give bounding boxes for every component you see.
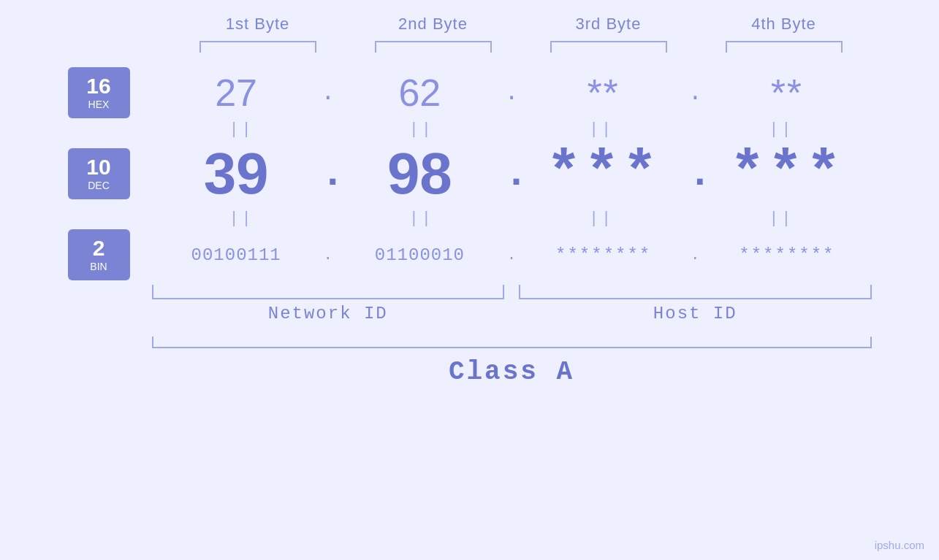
sep-line-7: || bbox=[589, 210, 614, 228]
bottom-section: Network ID Host ID bbox=[152, 285, 872, 323]
overall-bracket-row bbox=[152, 337, 872, 348]
dec-dot-3: . bbox=[688, 151, 702, 197]
hex-num: 16 bbox=[86, 75, 110, 97]
dec-dot-2: . bbox=[504, 151, 519, 197]
bin-num: 2 bbox=[93, 237, 105, 259]
bin-byte-4: ******** bbox=[739, 245, 835, 265]
byte-header-3: 3rd Byte bbox=[521, 15, 696, 34]
dec-byte-4: *** bbox=[730, 141, 844, 207]
hex-dot-3: . bbox=[688, 80, 702, 107]
class-label: Class A bbox=[449, 357, 574, 387]
sep-dec-bin: || || || || bbox=[152, 207, 872, 229]
host-id-label: Host ID bbox=[519, 304, 872, 323]
hex-val-3: ** bbox=[519, 71, 688, 115]
sep-line-4: || bbox=[769, 120, 794, 139]
footer: ipshu.com bbox=[875, 539, 924, 551]
dec-row: 10 DEC 39 . 98 . *** . *** bbox=[68, 140, 872, 207]
dec-dot-1: . bbox=[321, 151, 335, 197]
bracket-cell-1 bbox=[170, 41, 346, 53]
dec-label-container: 10 DEC bbox=[68, 148, 152, 199]
byte-header-4: 4th Byte bbox=[696, 15, 872, 34]
byte-header-2: 2nd Byte bbox=[346, 15, 521, 34]
network-id-label: Network ID bbox=[152, 304, 505, 323]
hex-row: 16 HEX 27 . 62 . ** . ** bbox=[68, 67, 872, 118]
bracket-top-1 bbox=[199, 41, 316, 53]
bin-values: 00100111 . 01100010 . ******** . *******… bbox=[152, 245, 872, 265]
hex-byte-1: 27 bbox=[215, 72, 257, 114]
byte-headers: 1st Byte 2nd Byte 3rd Byte 4th Byte bbox=[170, 15, 872, 34]
sep-7: || bbox=[512, 210, 691, 228]
dec-values: 39 . 98 . *** . *** bbox=[152, 140, 872, 207]
bottom-labels: Network ID Host ID bbox=[152, 304, 872, 323]
hex-byte-3: ** bbox=[587, 72, 619, 114]
bracket-cell-4 bbox=[696, 41, 872, 53]
bin-dot-1: . bbox=[321, 247, 335, 264]
hex-val-2: 62 bbox=[335, 71, 504, 115]
top-brackets bbox=[170, 41, 872, 53]
hex-val-1: 27 bbox=[152, 71, 321, 115]
bin-byte-3: ******** bbox=[555, 245, 651, 265]
bracket-cell-3 bbox=[521, 41, 696, 53]
bottom-brackets bbox=[152, 285, 872, 299]
bin-row: 2 BIN 00100111 . 01100010 . ******** . * bbox=[68, 229, 872, 280]
hex-dot-1: . bbox=[321, 80, 335, 107]
hex-label-container: 16 HEX bbox=[68, 67, 152, 118]
sep-line-5: || bbox=[229, 210, 254, 228]
bin-val-4: ******** bbox=[702, 245, 871, 265]
hex-byte-4: ** bbox=[771, 72, 803, 114]
bracket-spacer bbox=[504, 285, 519, 299]
host-bracket bbox=[519, 285, 872, 299]
sep-line-6: || bbox=[409, 210, 434, 228]
hex-byte-2: 62 bbox=[398, 72, 441, 114]
sep-cells-2: || || || || bbox=[152, 210, 872, 228]
sep-line-3: || bbox=[589, 120, 614, 139]
bin-val-1: 00100111 bbox=[152, 245, 321, 265]
hex-base-label: 16 HEX bbox=[68, 67, 130, 118]
sep-hex-dec: || || || || bbox=[152, 118, 872, 140]
bracket-cell-2 bbox=[346, 41, 521, 53]
bin-byte-1: 00100111 bbox=[191, 245, 281, 265]
dec-byte-1: 39 bbox=[204, 141, 269, 206]
dec-val-3: *** bbox=[519, 141, 688, 207]
hex-val-4: ** bbox=[702, 71, 871, 115]
bracket-top-4 bbox=[726, 41, 843, 53]
class-label-row: Class A bbox=[152, 357, 872, 387]
sep-4: || bbox=[691, 120, 871, 139]
byte-header-1: 1st Byte bbox=[170, 15, 346, 34]
hex-values: 27 . 62 . ** . ** bbox=[152, 71, 872, 115]
bin-name: BIN bbox=[90, 261, 107, 272]
sep-line-8: || bbox=[769, 210, 794, 228]
sep-6: || bbox=[332, 210, 512, 228]
main-container: 1st Byte 2nd Byte 3rd Byte 4th Byte bbox=[0, 0, 939, 560]
sep-2: || bbox=[332, 120, 512, 139]
bracket-top-2 bbox=[375, 41, 492, 53]
sep-line-2: || bbox=[409, 120, 434, 139]
dec-val-4: *** bbox=[702, 141, 871, 207]
sep-line-1: || bbox=[229, 120, 254, 139]
overall-bracket bbox=[152, 337, 872, 348]
content-area: 1st Byte 2nd Byte 3rd Byte 4th Byte bbox=[68, 15, 872, 387]
bin-dot-3: . bbox=[688, 247, 702, 264]
dec-num: 10 bbox=[86, 156, 110, 178]
footer-text: ipshu.com bbox=[875, 539, 924, 551]
sep-3: || bbox=[512, 120, 691, 139]
sep-1: || bbox=[152, 120, 332, 139]
bracket-top-3 bbox=[550, 41, 667, 53]
bin-byte-2: 01100010 bbox=[375, 245, 465, 265]
bin-val-3: ******** bbox=[519, 245, 688, 265]
hex-name: HEX bbox=[88, 99, 110, 110]
dec-val-2: 98 bbox=[335, 140, 504, 207]
dec-val-1: 39 bbox=[152, 140, 321, 207]
dec-name: DEC bbox=[88, 180, 110, 191]
bin-label-container: 2 BIN bbox=[68, 229, 152, 280]
dec-byte-3: *** bbox=[547, 141, 661, 207]
bin-base-label: 2 BIN bbox=[68, 229, 130, 280]
dec-base-label: 10 DEC bbox=[68, 148, 130, 199]
sep-5: || bbox=[152, 210, 332, 228]
bin-dot-2: . bbox=[504, 247, 519, 264]
dec-byte-2: 98 bbox=[387, 141, 452, 206]
network-bracket bbox=[152, 285, 505, 299]
sep-8: || bbox=[691, 210, 871, 228]
bin-val-2: 01100010 bbox=[335, 245, 504, 265]
hex-dot-2: . bbox=[504, 80, 519, 107]
